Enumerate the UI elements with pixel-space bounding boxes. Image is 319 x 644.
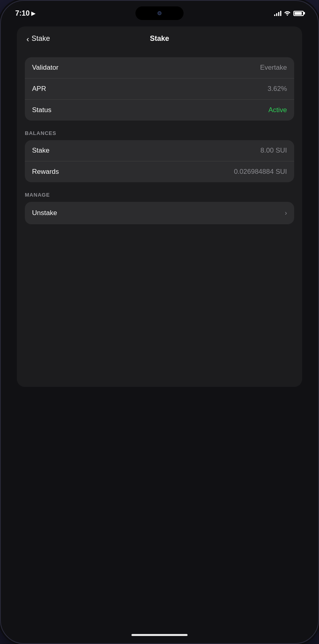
back-button[interactable]: ‹ Stake (26, 34, 50, 43)
home-indicator (131, 634, 188, 636)
balances-section-header: BALANCES (17, 130, 302, 140)
validator-row: Validator Evertake (25, 57, 294, 78)
validator-card: Validator Evertake APR 3.62% Status Acti… (25, 57, 294, 121)
stake-value: 8.00 SUI (260, 147, 287, 155)
rewards-row: Rewards 0.026984884 SUI (25, 161, 294, 182)
app-container: ‹ Stake Stake Validator Evertake APR 3.6… (17, 26, 302, 387)
signal-bar-2 (276, 13, 277, 16)
status-time: 7:10 ▶ (15, 9, 35, 18)
back-chevron-icon: ‹ (26, 35, 29, 43)
wifi-icon (284, 10, 291, 17)
chevron-right-icon: › (285, 209, 287, 217)
manage-card: Unstake › (25, 202, 294, 224)
content-area: Validator Evertake APR 3.62% Status Acti… (17, 51, 302, 246)
signal-bar-1 (274, 14, 275, 16)
battery-fill (295, 12, 302, 15)
validator-label: Validator (32, 64, 59, 72)
validator-value: Evertake (260, 64, 287, 72)
apr-row: APR 3.62% (25, 78, 294, 100)
status-icons (274, 10, 304, 17)
status-value: Active (269, 106, 287, 114)
nav-header: ‹ Stake Stake (17, 26, 302, 51)
rewards-label: Rewards (32, 168, 59, 176)
stake-label: Stake (32, 147, 49, 155)
camera-dot (157, 11, 162, 15)
battery-icon (293, 11, 304, 16)
dynamic-island (135, 6, 184, 20)
back-label: Stake (32, 34, 50, 43)
apr-label: APR (32, 85, 46, 93)
status-row: Status Active (25, 100, 294, 121)
balances-card: Stake 8.00 SUI Rewards 0.026984884 SUI (25, 140, 294, 182)
signal-bar-4 (280, 11, 281, 16)
status-label: Status (32, 106, 51, 114)
apr-value: 3.62% (268, 85, 287, 93)
signal-bars (274, 10, 281, 16)
unstake-row[interactable]: Unstake › (25, 202, 294, 224)
stake-row: Stake 8.00 SUI (25, 140, 294, 161)
location-icon: ▶ (31, 10, 35, 16)
phone-frame: 7:10 ▶ ‹ Stake (0, 0, 319, 644)
time-label: 7:10 (15, 9, 30, 18)
page-title: Stake (150, 34, 169, 43)
rewards-value: 0.026984884 SUI (234, 168, 287, 176)
signal-bar-3 (278, 12, 279, 16)
manage-section-header: MANAGE (17, 192, 302, 202)
unstake-label: Unstake (32, 209, 57, 217)
